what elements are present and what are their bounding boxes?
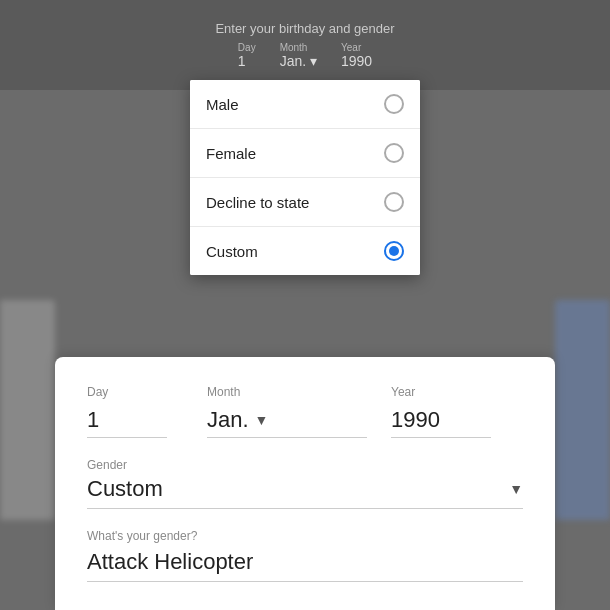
- custom-gender-label: What's your gender?: [87, 529, 523, 543]
- date-row: Day 1 Month Jan. ▼ Year 1990: [87, 385, 523, 438]
- dropdown-item-custom[interactable]: Custom: [190, 227, 420, 275]
- bg-day-group: Day 1: [238, 42, 256, 69]
- gender-dropdown-menu: Male Female Decline to state Custom: [190, 80, 420, 275]
- radio-decline: [384, 192, 404, 212]
- custom-gender-value[interactable]: Attack Helicopter: [87, 549, 523, 582]
- radio-custom: [384, 241, 404, 261]
- dropdown-item-female-label: Female: [206, 145, 256, 162]
- bg-month-group: Month Jan. ▾: [280, 42, 317, 69]
- dropdown-item-male-label: Male: [206, 96, 239, 113]
- year-field[interactable]: Year 1990: [391, 385, 491, 438]
- dropdown-item-decline-label: Decline to state: [206, 194, 309, 211]
- day-value: 1: [87, 407, 167, 438]
- dropdown-item-male[interactable]: Male: [190, 80, 420, 129]
- radio-male: [384, 94, 404, 114]
- gender-value: Custom: [87, 476, 163, 502]
- bg-header: Enter your birthday and gender Day 1 Mon…: [0, 0, 610, 90]
- bg-month-label: Month: [280, 42, 308, 53]
- month-dropdown-arrow: ▼: [255, 412, 269, 428]
- bg-day-value: 1: [238, 53, 246, 69]
- custom-gender-section: What's your gender? Attack Helicopter: [87, 529, 523, 582]
- bottom-card: Day 1 Month Jan. ▼ Year 1990 Gender Cust…: [55, 357, 555, 610]
- bg-year-group: Year 1990: [341, 42, 372, 69]
- year-label: Year: [391, 385, 491, 399]
- bg-year-value: 1990: [341, 53, 372, 69]
- bg-day-label: Day: [238, 42, 256, 53]
- radio-female: [384, 143, 404, 163]
- bg-year-label: Year: [341, 42, 361, 53]
- dropdown-item-decline[interactable]: Decline to state: [190, 178, 420, 227]
- bg-header-fields: Day 1 Month Jan. ▾ Year 1990: [238, 42, 372, 69]
- bg-header-title: Enter your birthday and gender: [215, 21, 394, 36]
- dropdown-item-female[interactable]: Female: [190, 129, 420, 178]
- bg-month-value: Jan. ▾: [280, 53, 317, 69]
- side-blur-right: [555, 300, 610, 520]
- dropdown-item-custom-label: Custom: [206, 243, 258, 260]
- side-blur-left: [0, 300, 55, 520]
- year-value: 1990: [391, 407, 491, 438]
- month-field[interactable]: Month Jan. ▼: [207, 385, 367, 438]
- day-field[interactable]: Day 1: [87, 385, 167, 438]
- gender-dropdown-row[interactable]: Custom ▼: [87, 476, 523, 509]
- month-label: Month: [207, 385, 367, 399]
- gender-section: Gender Custom ▼: [87, 458, 523, 509]
- gender-label: Gender: [87, 458, 523, 472]
- month-value: Jan. ▼: [207, 407, 367, 438]
- gender-dropdown-arrow-icon: ▼: [509, 481, 523, 497]
- day-label: Day: [87, 385, 167, 399]
